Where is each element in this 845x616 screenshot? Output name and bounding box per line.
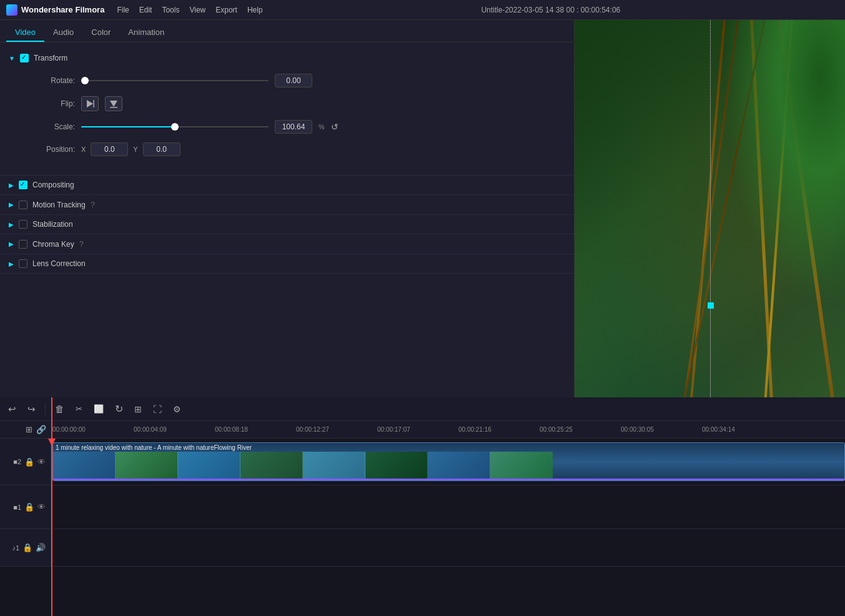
audio-volume-icon[interactable]: 🔊	[36, 543, 46, 552]
menu-tools[interactable]: Tools	[162, 6, 179, 14]
chroma-key-header[interactable]: ▶ Chroma Key ?	[0, 234, 574, 254]
thumb-2	[178, 452, 240, 481]
titlebar: Wondershare Filmora File Edit Tools View…	[0, 0, 845, 20]
link-btn[interactable]: 🔗	[36, 425, 46, 434]
transform-checkbox[interactable]	[20, 54, 29, 62]
compositing-section: ▶ Compositing	[0, 176, 574, 195]
flip-vertical-btn[interactable]	[81, 96, 99, 111]
menu-file[interactable]: File	[117, 6, 129, 14]
snap-btn[interactable]: ⊞	[26, 425, 32, 434]
clip-highlight	[53, 479, 844, 480]
pip-btn[interactable]: ⊞	[132, 402, 144, 416]
clip-thumbnails	[53, 452, 844, 481]
transform-label: Transform	[34, 54, 67, 62]
track-1-row: ■1 🔒 👁	[0, 485, 845, 529]
track-2-row: ■2 🔒 👁 1 minute relaxing video with natu…	[0, 439, 845, 485]
tab-video[interactable]: Video	[6, 24, 44, 42]
rotate-input[interactable]: 0.00	[275, 74, 312, 87]
position-row: Position: X 0.0 Y 0.0	[31, 142, 561, 156]
rotate-slider[interactable]	[81, 80, 269, 81]
menu-view[interactable]: View	[189, 6, 205, 14]
position-x-input[interactable]: 0.0	[91, 142, 128, 156]
track-1-controls: ■1 🔒 👁	[0, 485, 51, 529]
ruler-mark-5: 00:00:21:16	[457, 426, 538, 433]
tab-animation[interactable]: Animation	[119, 24, 173, 42]
tab-audio[interactable]: Audio	[44, 24, 82, 42]
effects-btn[interactable]: ⚙	[171, 402, 183, 416]
flip-horizontal-btn[interactable]	[105, 96, 122, 111]
crop-btn[interactable]: ⬜	[92, 402, 106, 415]
fullscreen-btn[interactable]: ⛶	[151, 402, 164, 416]
lens-correction-chevron: ▶	[9, 261, 14, 267]
audio-track-row: ♪1 🔒 🔊	[0, 529, 845, 567]
tab-color[interactable]: Color	[82, 24, 119, 42]
thumb-4	[303, 452, 365, 481]
track-2-lock-icon[interactable]: 🔒	[24, 457, 34, 467]
rotate-label: Rotate:	[31, 76, 75, 85]
window-title: Untitle-2022-03-05 14 38 00 : 00:00:54:0…	[481, 6, 620, 14]
menu-help[interactable]: Help	[247, 6, 263, 14]
chroma-key-help-icon[interactable]: ?	[79, 239, 84, 249]
lens-correction-checkbox[interactable]	[19, 259, 27, 268]
menu-export[interactable]: Export	[215, 6, 237, 14]
flip-buttons	[81, 96, 122, 111]
ruler-mark-0: 00:00:00:00	[51, 426, 132, 433]
thumb-1	[116, 452, 178, 481]
video-clip[interactable]: 1 minute relaxing video with nature - A …	[52, 442, 845, 481]
thumb-6	[428, 452, 490, 481]
timeline: ↩ ↪ 🗑 ✂ ⬜ ↻ ⊞ ⛶ ⚙ ⊞ 🔗 00:00:00:00 00:00:…	[0, 397, 845, 616]
position-y-input[interactable]: 0.0	[143, 142, 180, 156]
redo-btn[interactable]: ↪	[26, 402, 37, 417]
svg-marker-2	[110, 101, 117, 107]
track-1-label: ■1	[13, 504, 21, 511]
thumb-5	[365, 452, 428, 481]
lens-correction-section: ▶ Lens Correction	[0, 254, 574, 274]
scale-reset-btn[interactable]: ↺	[331, 122, 338, 132]
chroma-key-section: ▶ Chroma Key ?	[0, 234, 574, 254]
ruler-mark-2: 00:00:08:18	[214, 426, 295, 433]
chroma-key-checkbox[interactable]	[19, 240, 27, 249]
rotation-btn[interactable]: ↻	[113, 401, 125, 417]
motion-tracking-help-icon[interactable]: ?	[91, 200, 95, 209]
tab-bar: Video Audio Color Animation	[0, 20, 574, 42]
position-inputs: X 0.0 Y 0.0	[81, 142, 180, 156]
motion-tracking-label: Motion Tracking	[32, 201, 86, 209]
motion-tracking-checkbox[interactable]	[19, 201, 27, 209]
audio-lock-icon[interactable]: 🔒	[22, 543, 32, 552]
ruler-marks: 00:00:00:00 00:00:04:09 00:00:08:18 00:0…	[51, 426, 782, 433]
transform-chevron: ▼	[9, 55, 15, 62]
stabilization-header[interactable]: ▶ Stabilization	[0, 215, 574, 234]
thumb-0	[53, 452, 116, 481]
compositing-chevron: ▶	[9, 182, 14, 189]
ruler-mark-4: 00:00:17:07	[376, 426, 457, 433]
clip-label: 1 minute relaxing video with nature - A …	[56, 444, 252, 451]
motion-tracking-header[interactable]: ▶ Motion Tracking ?	[0, 195, 574, 214]
scale-slider[interactable]	[81, 126, 269, 127]
track-1-visibility-icon[interactable]: 👁	[37, 502, 46, 512]
lens-correction-header[interactable]: ▶ Lens Correction	[0, 254, 574, 273]
compositing-checkbox[interactable]	[19, 181, 27, 189]
app-logo: Wondershare Filmora	[6, 4, 104, 16]
stabilization-checkbox[interactable]	[19, 220, 27, 229]
track-2-visibility-icon[interactable]: 👁	[37, 457, 46, 467]
delete-btn[interactable]: 🗑	[53, 402, 66, 416]
cut-btn[interactable]: ✂	[74, 402, 84, 415]
undo-btn[interactable]: ↩	[6, 402, 18, 417]
compositing-header[interactable]: ▶ Compositing	[0, 176, 574, 194]
svg-marker-0	[87, 100, 93, 107]
rotate-row: Rotate: 0.00	[31, 74, 561, 87]
thumb-7	[490, 452, 553, 481]
ruler-mark-8: 00:00:34:14	[701, 426, 782, 433]
flip-row: Flip:	[31, 96, 561, 111]
position-label: Position:	[31, 145, 75, 154]
stabilization-section: ▶ Stabilization	[0, 215, 574, 234]
track-1-lock-icon[interactable]: 🔒	[24, 502, 34, 512]
ruler-mark-3: 00:00:12:27	[295, 426, 376, 433]
scale-unit: %	[319, 123, 325, 131]
scale-input[interactable]: 100.64	[275, 120, 312, 134]
menu-edit[interactable]: Edit	[139, 6, 152, 14]
track-2-content[interactable]: 1 minute relaxing video with nature - A …	[51, 439, 845, 485]
foliage	[723, 20, 845, 302]
ruler: 00:00:00:00 00:00:04:09 00:00:08:18 00:0…	[51, 426, 845, 433]
transform-header[interactable]: ▼ Transform	[0, 49, 574, 67]
